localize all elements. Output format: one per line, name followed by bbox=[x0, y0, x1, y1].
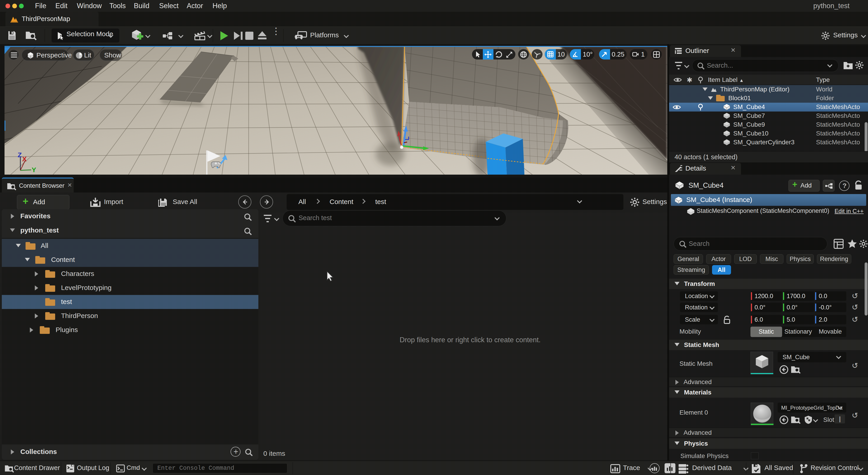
svg-text:Z: Z bbox=[18, 151, 22, 158]
svg-text:Y: Y bbox=[32, 166, 36, 174]
svg-text:X: X bbox=[22, 155, 27, 162]
